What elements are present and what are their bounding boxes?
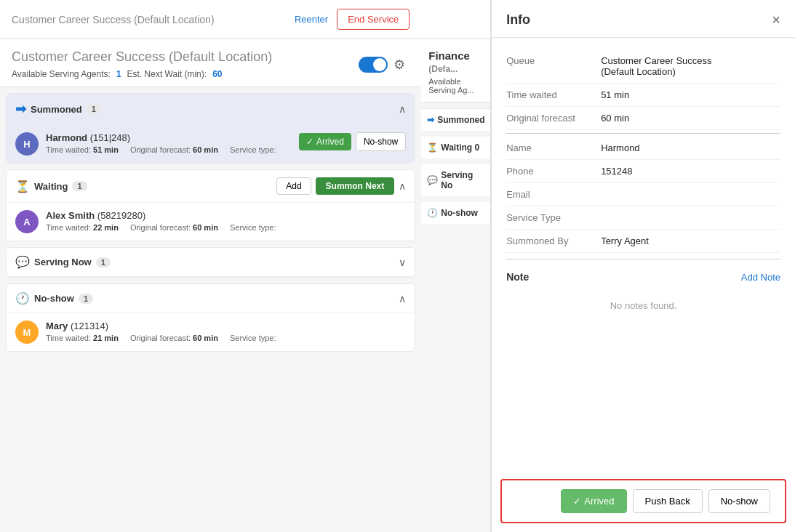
noshow-title: 🕐 No-show 1	[15, 291, 393, 305]
finance-noshow-label: 🕐 No-show	[427, 208, 484, 218]
alex-meta: Time waited: 22 min Original forecast: 6…	[46, 223, 406, 232]
summoned-section: ➡ Summoned 1 ∧ H Harmond (151|248) Time …	[6, 93, 415, 164]
mary-service-type-label: Service type:	[230, 334, 276, 342]
noshow-collapse-button[interactable]: ∧	[399, 293, 406, 305]
info-panel-header: Info ×	[492, 0, 795, 38]
summoned-title: ➡ Summoned 1	[15, 101, 393, 117]
info-queue-row: Queue Customer Career Success(Default Lo…	[506, 49, 780, 84]
info-queue-label: Queue	[506, 55, 601, 66]
add-note-button[interactable]: Add Note	[741, 272, 780, 283]
waiting-collapse-button[interactable]: ∧	[399, 180, 406, 192]
alex-forecast: 60 min	[193, 223, 218, 232]
toggle-knob	[373, 58, 386, 71]
info-forecast-value: 60 min	[601, 113, 780, 124]
agents-label: Available Serving Agents:	[12, 69, 111, 79]
summoned-count: 1	[87, 104, 101, 114]
alex-name: Alex Smith (58219280)	[46, 210, 406, 221]
waiting-label: Waiting	[34, 181, 68, 192]
note-header: Note Add Note	[506, 265, 780, 289]
footer-pushback-button[interactable]: Push Back	[633, 489, 703, 513]
finance-sub: (Defa...	[428, 64, 458, 74]
waiting-title: ⏳ Waiting 1	[15, 180, 271, 193]
info-panel-close-button[interactable]: ×	[772, 12, 780, 28]
noshow-header: 🕐 No-show 1 ∧	[7, 284, 415, 313]
summoned-collapse-button[interactable]: ∧	[399, 103, 406, 115]
info-time-waited-row: Time waited 51 min	[506, 84, 780, 107]
info-summoned-by-row: Summoned By Terry Agent	[506, 230, 780, 253]
mary-name: Mary (121314)	[46, 321, 406, 331]
end-service-button[interactable]: End Service	[337, 9, 410, 30]
left-panel: Customer Career Success (Default Locatio…	[0, 0, 421, 532]
harmond-time-waited: 51 min	[93, 145, 119, 154]
alex-time-waited: 22 min	[93, 223, 119, 232]
queue-header-row: Customer Career Success (Default Locatio…	[12, 49, 410, 79]
mary-time-waited: 21 min	[93, 334, 119, 342]
finance-serving-label: 💬 Serving No	[427, 170, 484, 190]
alex-avatar: A	[15, 210, 39, 233]
mary-row: M Mary (121314) Time waited: 21 min Orig…	[7, 313, 415, 351]
harmond-info: Harmond (151|248) Time waited: 51 min Or…	[46, 132, 292, 154]
harmond-actions: ✓ Arrived No-show	[299, 132, 406, 151]
finance-summoned-arrow: ➡	[427, 115, 434, 125]
queue-location: (Default Location)	[169, 49, 272, 64]
top-bar: Customer Career Success (Default Locatio…	[0, 0, 421, 39]
agents-count: 1	[116, 69, 121, 79]
serving-now-count: 1	[96, 257, 111, 267]
summoned-label: Summoned	[31, 104, 82, 115]
summoned-customer-row: H Harmond (151|248) Time waited: 51 min …	[7, 125, 415, 163]
serving-now-section: 💬 Serving Now 1 ∨	[6, 247, 415, 278]
queue-title-block: Customer Career Success (Default Locatio…	[12, 49, 272, 79]
serving-now-collapse-button[interactable]: ∨	[399, 257, 406, 268]
top-bar-title: Customer Career Success (Default Locatio…	[12, 14, 215, 25]
finance-noshow: 🕐 No-show	[421, 202, 490, 224]
settings-icon[interactable]: ⚙	[393, 57, 410, 73]
finance-meta: Available Serving Ag...	[428, 77, 483, 94]
queue-name: Customer Career Success	[12, 49, 165, 64]
waiting-count: 1	[72, 181, 87, 191]
info-phone-row: Phone 151248	[506, 160, 780, 183]
info-email-label: Email	[506, 189, 601, 200]
queue-toggle[interactable]	[359, 57, 388, 73]
note-empty-text: No notes found.	[506, 289, 780, 323]
serving-icon: 💬	[15, 255, 30, 269]
finance-hourglass-icon: ⏳	[427, 142, 438, 153]
summon-next-button[interactable]: Summon Next	[316, 177, 395, 195]
serving-now-title: 💬 Serving Now 1	[15, 255, 393, 269]
finance-panel: Finance (Defa... Available Serving Ag...…	[421, 0, 491, 532]
harmond-arrived-button[interactable]: ✓ Arrived	[299, 133, 351, 150]
top-bar-queue-location: (Default Location)	[134, 14, 215, 25]
reenter-button[interactable]: Reenter	[295, 14, 328, 25]
info-phone-label: Phone	[506, 166, 601, 177]
finance-summoned-label: ➡ Summoned	[427, 115, 484, 125]
serving-now-header: 💬 Serving Now 1 ∨	[7, 248, 415, 277]
serving-now-label: Serving Now	[34, 257, 92, 267]
harmond-service-type-label: Service type:	[230, 145, 276, 154]
info-forecast-row: Original forecast 60 min	[506, 107, 780, 130]
queue-title: Customer Career Success (Default Locatio…	[12, 49, 272, 65]
alex-info: Alex Smith (58219280) Time waited: 22 mi…	[46, 210, 406, 232]
harmond-noshow-button[interactable]: No-show	[356, 132, 406, 151]
waiting-actions: Add Summon Next ∧	[276, 177, 406, 195]
summoned-arrow-icon: ➡	[15, 101, 26, 117]
mary-info: Mary (121314) Time waited: 21 min Origin…	[46, 321, 406, 342]
footer-noshow-button[interactable]: No-show	[708, 489, 770, 513]
noshow-count: 1	[79, 294, 93, 304]
info-panel-title: Info	[506, 12, 530, 28]
alex-service-type-label: Service type:	[230, 223, 276, 232]
info-panel: Info × Queue Customer Career Success(Def…	[491, 0, 795, 532]
noshow-label: No-show	[34, 293, 74, 304]
harmond-name: Harmond (151|248)	[46, 132, 292, 143]
finance-header: Finance (Defa... Available Serving Ag...	[421, 39, 490, 102]
footer-arrived-button[interactable]: ✓ Arrived	[561, 489, 626, 513]
info-content: Queue Customer Career Success(Default Lo…	[492, 38, 795, 479]
add-button[interactable]: Add	[276, 177, 311, 195]
harmond-forecast: 60 min	[193, 145, 218, 154]
alex-smith-row: A Alex Smith (58219280) Time waited: 22 …	[7, 203, 415, 241]
info-forecast-label: Original forecast	[506, 113, 601, 124]
note-label: Note	[506, 271, 529, 283]
info-phone-value: 151248	[601, 166, 780, 177]
wait-label: Est. Next Wait (min):	[127, 69, 207, 79]
info-name-row: Name Harmond	[506, 137, 780, 160]
finance-waiting-label: ⏳ Waiting 0	[427, 142, 484, 153]
info-name-label: Name	[506, 142, 601, 153]
